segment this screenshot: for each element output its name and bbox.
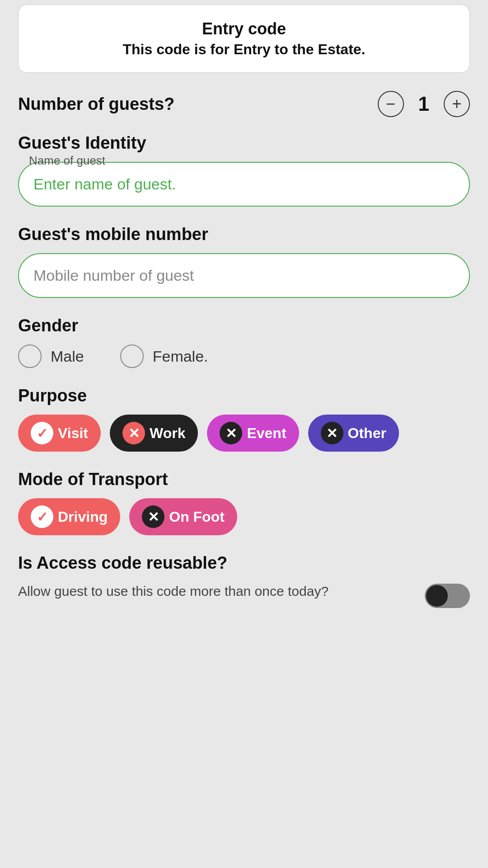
reusable-row: Allow guest to use this code more than o… (18, 582, 470, 608)
work-x-icon: ✕ (122, 422, 145, 444)
decrement-button[interactable]: − (378, 91, 404, 117)
purpose-chips: ✓ Visit ✕ Work ✕ Event ✕ Other (18, 415, 470, 452)
purpose-title: Purpose (18, 386, 470, 406)
reusable-toggle[interactable] (425, 584, 470, 608)
guest-identity-title: Guest's Identity (18, 133, 470, 153)
name-label: Name of guest (27, 154, 107, 168)
gender-female-option[interactable]: Female. (120, 344, 208, 368)
name-field-group: Name of guest (18, 162, 470, 207)
transport-title: Mode of Transport (18, 470, 470, 489)
reusable-description: Allow guest to use this code more than o… (18, 582, 416, 601)
purpose-section: Purpose ✓ Visit ✕ Work ✕ Event ✕ Other (18, 386, 470, 452)
guest-mobile-section: Guest's mobile number (18, 225, 470, 298)
purpose-event-chip[interactable]: ✕ Event (207, 415, 299, 452)
gender-options: Male Female. (18, 344, 470, 368)
guest-counter: − 1 + (378, 91, 470, 117)
transport-section: Mode of Transport ✓ Driving ✕ On Foot (18, 470, 470, 535)
driving-label: Driving (58, 509, 108, 525)
gender-title: Gender (18, 316, 470, 335)
toggle-thumb (426, 585, 448, 607)
guest-name-input[interactable] (18, 162, 470, 207)
gender-female-radio[interactable] (120, 344, 144, 368)
guest-mobile-input[interactable] (18, 253, 470, 298)
transport-onfoot-chip[interactable]: ✕ On Foot (129, 498, 237, 535)
entry-code-card: Entry code This code is for Entry to the… (18, 5, 470, 73)
gender-male-radio[interactable] (18, 344, 42, 368)
visit-check-icon: ✓ (31, 422, 53, 444)
transport-chips: ✓ Driving ✕ On Foot (18, 498, 470, 535)
gender-section: Gender Male Female. (18, 316, 470, 368)
access-code-section: Is Access code reusable? Allow guest to … (18, 553, 470, 608)
event-label: Event (247, 425, 286, 442)
event-x-icon: ✕ (220, 422, 242, 444)
access-code-title: Is Access code reusable? (18, 553, 470, 573)
entry-code-title: Entry code (37, 19, 451, 38)
onfoot-label: On Foot (169, 509, 225, 525)
guest-count-label: Number of guests? (18, 94, 174, 114)
other-x-icon: ✕ (321, 422, 343, 444)
other-label: Other (348, 425, 386, 442)
visit-label: Visit (58, 425, 88, 442)
guest-mobile-title: Guest's mobile number (18, 225, 470, 244)
work-label: Work (150, 425, 185, 442)
gender-female-label: Female. (153, 348, 208, 365)
guest-count-row: Number of guests? − 1 + (18, 91, 470, 117)
gender-male-option[interactable]: Male (18, 344, 84, 368)
guest-identity-section: Guest's Identity Name of guest (18, 133, 470, 207)
purpose-visit-chip[interactable]: ✓ Visit (18, 415, 101, 452)
purpose-other-chip[interactable]: ✕ Other (308, 415, 399, 452)
driving-check-icon: ✓ (31, 505, 53, 528)
entry-code-subtitle: This code is for Entry to the Estate. (37, 41, 451, 58)
gender-male-label: Male (51, 348, 84, 365)
increment-button[interactable]: + (444, 91, 470, 117)
transport-driving-chip[interactable]: ✓ Driving (18, 498, 120, 535)
purpose-work-chip[interactable]: ✕ Work (110, 415, 198, 452)
guest-count-value: 1 (418, 93, 429, 115)
onfoot-x-icon: ✕ (142, 505, 164, 528)
